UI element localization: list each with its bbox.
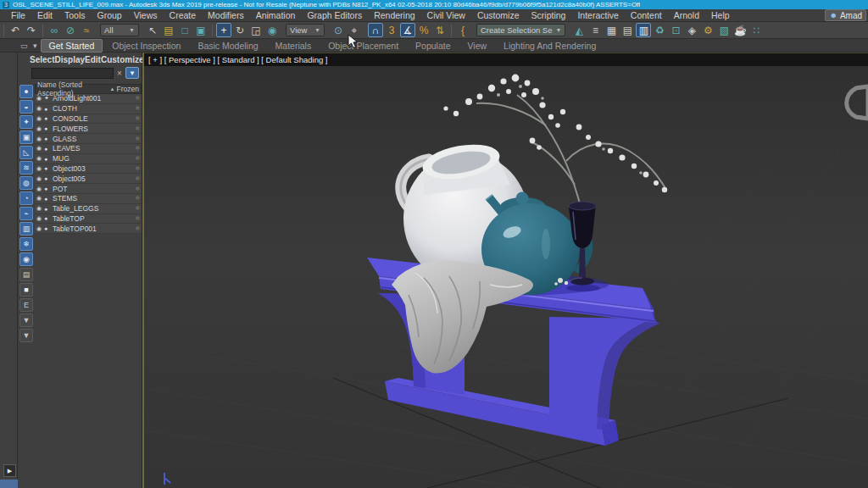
object-name[interactable]: ArnoldLight001 — [53, 94, 133, 103]
select-and-place-icon[interactable]: ◉ — [264, 23, 280, 37]
scene-object-row[interactable]: ◉ ● MUG ❄ — [35, 154, 142, 164]
scene-object-row[interactable]: ◉ ● GLASS ❄ — [35, 134, 142, 144]
viewport-3d-scene[interactable] — [144, 66, 868, 488]
scene-object-row[interactable]: ◉ ● POT ❄ — [35, 184, 142, 194]
object-name[interactable]: Object005 — [53, 175, 133, 183]
render-flyout-icon[interactable]: ∷ — [748, 23, 764, 37]
visibility-eye-icon[interactable]: ◉ — [36, 145, 44, 152]
edit-mode-icon[interactable]: E — [19, 298, 33, 312]
angle-snap-icon[interactable]: ∡ — [400, 23, 415, 37]
render-setup-icon[interactable]: ⚙ — [700, 23, 715, 37]
play-animation-button[interactable]: ▶ — [3, 464, 16, 477]
scene-object-row[interactable]: ◉ ● Object005 ❄ — [35, 174, 142, 184]
display-spacewarps-icon[interactable]: ≋ — [19, 161, 33, 175]
object-name[interactable]: CONSOLE — [53, 114, 133, 123]
window-crossing-icon[interactable]: ▣ — [193, 23, 209, 37]
frozen-toggle-icon[interactable]: ❄ — [133, 215, 140, 222]
select-and-scale-icon[interactable]: ◲ — [248, 23, 264, 37]
visibility-eye-icon[interactable]: ◉ — [36, 205, 44, 212]
frozen-toggle-icon[interactable]: ❄ — [133, 145, 140, 152]
visibility-eye-icon[interactable]: ◉ — [36, 175, 44, 182]
object-name[interactable]: MUG — [53, 154, 133, 163]
scene-object-row[interactable]: ◉ ✦ ArnoldLight001 ❄ — [35, 94, 142, 104]
undo-icon[interactable]: ↶ — [8, 23, 23, 37]
frozen-column-header[interactable]: Frozen — [117, 85, 139, 93]
filter-icon[interactable]: ▼ — [125, 67, 139, 79]
display-lights-icon[interactable]: ✦ — [19, 115, 33, 129]
menu-item[interactable]: Tools — [58, 9, 92, 22]
selection-region-icon[interactable]: □ — [177, 23, 192, 37]
display-bones-icon[interactable]: ⌁ — [19, 207, 33, 220]
scene-object-row[interactable]: ◉ ● STEMS ❄ — [35, 194, 142, 204]
ribbon-tab[interactable]: Lighting And Rendering — [496, 40, 604, 52]
visibility-eye-icon[interactable]: ◉ — [36, 225, 44, 232]
swatch-icon[interactable]: ■ — [19, 283, 33, 297]
viewport-label[interactable]: [ + ] [ Perspective ] [ Standard ] [ Def… — [148, 55, 328, 64]
activeshade-icon[interactable]: ▧ — [716, 23, 732, 37]
snap-3d-icon[interactable]: 3 — [384, 23, 399, 37]
menu-item[interactable]: Scripting — [526, 9, 572, 22]
visibility-eye-icon[interactable]: ◉ — [36, 215, 44, 222]
coordinate-system-dropdown[interactable]: View ▼ — [286, 24, 325, 36]
menu-item[interactable]: Graph Editors — [301, 9, 368, 22]
object-name[interactable]: TableTOP001 — [53, 225, 133, 233]
align-icon[interactable]: ≡ — [587, 23, 603, 37]
render-production-icon[interactable]: ☕ — [732, 23, 748, 37]
frozen-toggle-icon[interactable]: ❄ — [133, 225, 140, 232]
frozen-toggle-icon[interactable]: ❄ — [133, 136, 140, 142]
menu-item[interactable]: Views — [128, 9, 164, 22]
ribbon-tab[interactable]: Populate — [408, 40, 458, 52]
frozen-toggle-icon[interactable]: ❄ — [133, 105, 140, 112]
filter-icon[interactable]: ▼ — [19, 329, 33, 342]
sign-in-button[interactable]: ☻ Amad — [825, 9, 866, 21]
ribbon-tab[interactable]: Object Placement — [320, 40, 406, 52]
named-selection-sets-dropdown[interactable]: Create Selection Se ▼ — [476, 24, 565, 36]
frozen-toggle-icon[interactable]: ❄ — [133, 95, 140, 102]
material-editor-icon[interactable]: ♻ — [652, 23, 667, 37]
scene-object-row[interactable]: ◉ ● TableTOP001 ❄ — [35, 224, 142, 234]
visibility-eye-icon[interactable]: ◉ — [36, 136, 44, 142]
object-name[interactable]: TableTOP — [53, 214, 133, 223]
object-name[interactable]: Table_LEGGS — [53, 204, 133, 213]
ribbon-tab[interactable]: View — [460, 40, 495, 52]
scene-object-row[interactable]: ◉ ● Table_LEGGS ❄ — [35, 204, 142, 214]
menu-item[interactable]: Rendering — [368, 9, 420, 22]
select-object-icon[interactable]: ↖ — [145, 23, 160, 37]
select-and-rotate-icon[interactable]: ↻ — [232, 23, 248, 37]
scene-object-row[interactable]: ◉ ● LEAVES ❄ — [35, 144, 142, 154]
scene-object-row[interactable]: ◉ ● CLOTH ❄ — [35, 104, 142, 114]
container-list-icon[interactable]: ▤ — [19, 268, 33, 281]
display-containers-icon[interactable]: ▥ — [19, 222, 33, 236]
menu-item[interactable]: Create — [164, 9, 203, 22]
display-hidden-icon[interactable]: ◉ — [19, 252, 33, 266]
object-name[interactable]: CLOTH — [53, 104, 133, 113]
frozen-toggle-icon[interactable]: ❄ — [133, 205, 140, 212]
bind-to-space-warp-icon[interactable]: ≈ — [79, 23, 94, 37]
scene-object-row[interactable]: ◉ ● TableTOP ❄ — [35, 214, 142, 225]
frozen-toggle-icon[interactable]: ❄ — [133, 186, 140, 192]
layer-explorer-icon[interactable]: ▤ — [620, 23, 635, 37]
percent-snap-icon[interactable]: % — [416, 23, 431, 37]
menu-item[interactable]: Edit — [31, 9, 58, 22]
visibility-eye-icon[interactable]: ◉ — [36, 155, 44, 162]
object-name[interactable]: POT — [53, 185, 133, 193]
unlink-selection-icon[interactable]: ⊘ — [63, 23, 78, 37]
visibility-eye-icon[interactable]: ◉ — [36, 186, 44, 192]
menu-item[interactable]: File — [5, 9, 31, 22]
display-materials-icon[interactable]: ◍ — [19, 176, 33, 190]
menu-item[interactable]: Content — [625, 9, 668, 22]
curve-editor-icon[interactable]: ▦ — [604, 23, 619, 37]
object-name[interactable]: GLASS — [53, 135, 133, 143]
object-name[interactable]: LEAVES — [53, 144, 133, 152]
scene-explorer-menu-item[interactable]: Edit — [85, 55, 101, 64]
ribbon-tab[interactable]: Object Inspection — [104, 40, 188, 52]
frozen-toggle-icon[interactable]: ❄ — [133, 175, 140, 182]
search-input[interactable] — [31, 68, 114, 79]
list-header[interactable]: Name (Sorted Ascending) ▲ Frozen — [35, 84, 142, 94]
object-name[interactable]: Object003 — [53, 164, 133, 173]
ribbon-minimize-control[interactable]: ▭ ▾ — [20, 42, 39, 50]
ribbon-tab[interactable]: Basic Modeling — [190, 40, 265, 52]
display-shapes-icon[interactable]: ◒ — [19, 100, 33, 114]
use-pivot-center-icon[interactable]: ⊙ — [331, 23, 346, 37]
menu-item[interactable]: Modifiers — [202, 9, 250, 22]
